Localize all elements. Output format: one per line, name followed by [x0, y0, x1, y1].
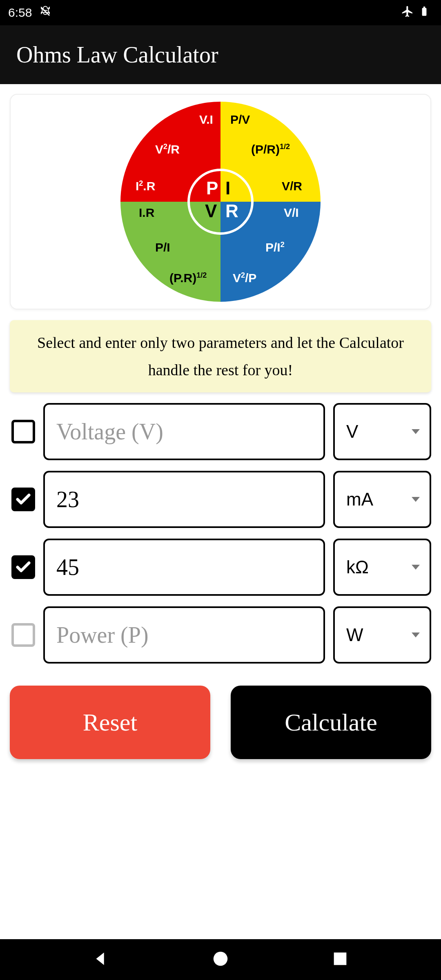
battery-icon — [419, 4, 430, 21]
svg-rect-1 — [422, 8, 427, 16]
wheel-formula-blue2: P/I2 — [265, 241, 285, 254]
wheel-formula-blue1: V/I — [284, 206, 299, 220]
nav-home-icon[interactable] — [211, 949, 230, 970]
voltage-checkbox[interactable] — [11, 420, 35, 443]
wheel-formula-yellow3: V/R — [282, 179, 302, 193]
current-unit-select[interactable]: mA — [333, 471, 431, 528]
nav-back-icon[interactable] — [91, 949, 110, 970]
ohms-law-wheel-card: P I V R V.I V2/R I2.R P/V (P/R)1/2 V/R I… — [10, 94, 431, 310]
wheel-center-v: V — [205, 201, 217, 221]
current-checkbox[interactable] — [11, 488, 35, 511]
power-row: Power (P) W — [10, 606, 431, 664]
status-bar: 6:58 — [0, 0, 441, 25]
current-unit-value: mA — [346, 489, 373, 510]
wheel-center-i: I — [225, 178, 230, 198]
nav-recent-icon[interactable] — [331, 949, 350, 970]
wheel-formula-red3: I2.R — [136, 179, 155, 193]
power-checkbox[interactable] — [11, 623, 35, 647]
chevron-down-icon — [412, 429, 420, 434]
svg-rect-2 — [423, 7, 425, 8]
debug-icon — [39, 5, 51, 20]
wheel-formula-red2: V2/R — [155, 143, 180, 156]
page-title: Ohms Law Calculator — [16, 42, 218, 68]
voltage-unit-select[interactable]: V — [333, 403, 431, 460]
nav-bar — [0, 939, 441, 980]
calculate-button[interactable]: Calculate — [231, 686, 431, 759]
wheel-formula-yellow1: P/V — [230, 113, 250, 127]
chevron-down-icon — [412, 633, 420, 637]
chevron-down-icon — [412, 497, 420, 502]
airplane-icon — [401, 5, 414, 21]
wheel-center-p: P — [206, 178, 218, 198]
resistance-input[interactable]: 45 — [43, 539, 325, 596]
check-icon — [15, 491, 32, 508]
wheel-formula-blue3: V2/P — [233, 271, 256, 285]
status-time: 6:58 — [8, 6, 32, 20]
voltage-unit-value: V — [346, 421, 358, 442]
current-row: 23 mA — [10, 471, 431, 528]
power-input[interactable]: Power (P) — [43, 606, 325, 664]
wheel-center-r: R — [225, 201, 238, 221]
wheel-formula-green3: (P.R)1/2 — [169, 271, 207, 285]
button-row: Reset Calculate — [10, 686, 431, 759]
svg-rect-5 — [334, 953, 347, 965]
app-bar: Ohms Law Calculator — [0, 25, 441, 84]
resistance-checkbox[interactable] — [11, 555, 35, 579]
resistance-unit-select[interactable]: kΩ — [333, 539, 431, 596]
power-unit-value: W — [346, 625, 363, 645]
wheel-formula-green1: I.R — [139, 206, 154, 220]
hint-box: Select and enter only two parameters and… — [10, 320, 431, 392]
power-unit-select[interactable]: W — [333, 606, 431, 664]
wheel-formula-red1: V.I — [199, 113, 213, 127]
check-icon — [15, 559, 32, 576]
wheel-formula-yellow2: (P/R)1/2 — [251, 143, 290, 156]
voltage-row: Voltage (V) V — [10, 403, 431, 460]
voltage-input[interactable]: Voltage (V) — [43, 403, 325, 460]
svg-point-4 — [214, 952, 228, 966]
resistance-unit-value: kΩ — [346, 557, 369, 577]
ohms-law-wheel: P I V R V.I V2/R I2.R P/V (P/R)1/2 V/R I… — [114, 100, 327, 304]
reset-button[interactable]: Reset — [10, 686, 210, 759]
resistance-row: 45 kΩ — [10, 539, 431, 596]
wheel-formula-green2: P/I — [155, 241, 170, 254]
chevron-down-icon — [412, 565, 420, 570]
current-input[interactable]: 23 — [43, 471, 325, 528]
